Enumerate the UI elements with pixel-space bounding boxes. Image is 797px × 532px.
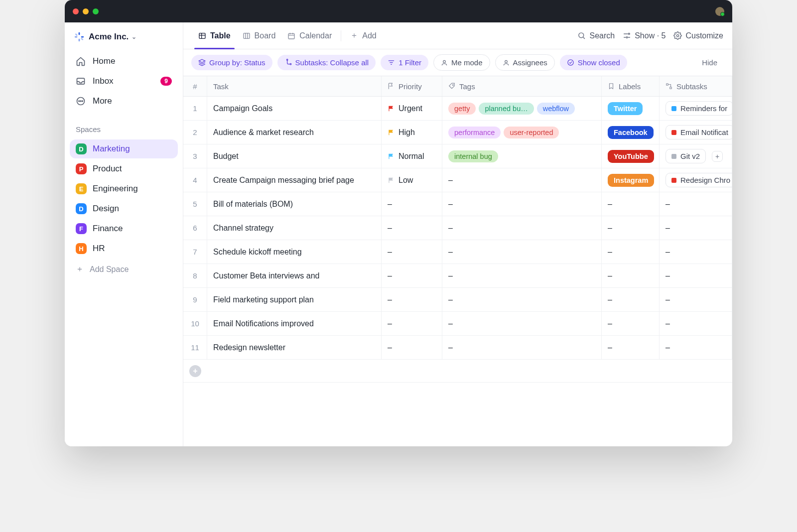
task-title-cell[interactable]: Redesign newsletter <box>207 336 382 359</box>
col-subtasks[interactable]: Subtasks <box>660 76 732 96</box>
task-title-cell[interactable]: Channel strategy <box>207 216 382 240</box>
space-item-hr[interactable]: HHR <box>70 239 178 258</box>
priority-cell[interactable]: – <box>382 240 442 264</box>
tags-cell[interactable]: – <box>442 216 602 240</box>
tags-cell[interactable]: – <box>442 264 602 287</box>
close-window[interactable] <box>73 8 79 14</box>
col-priority[interactable]: Priority <box>382 76 442 96</box>
space-item-design[interactable]: DDesign <box>70 199 178 218</box>
subtasks-cell[interactable]: – <box>660 264 732 287</box>
filter-pill[interactable]: 1 Filter <box>381 55 428 70</box>
priority-cell[interactable]: – <box>382 312 442 335</box>
subtasks-cell[interactable]: – <box>660 192 732 216</box>
task-title-cell[interactable]: Create Campaign messaging brief page <box>207 168 382 192</box>
col-number[interactable]: # <box>183 76 207 96</box>
table-row[interactable]: 3BudgetNormalinternal bugYouTubbeGit v2+ <box>183 144 732 168</box>
nav-item-home[interactable]: Home <box>70 51 178 71</box>
customize-button[interactable]: Customize <box>673 31 723 40</box>
subtasks-cell[interactable]: – <box>660 288 732 311</box>
tab-table[interactable]: Table <box>192 22 237 49</box>
hide-button[interactable]: Hide <box>695 55 724 70</box>
add-subtask-button[interactable]: + <box>712 151 723 162</box>
subtasks-cell[interactable]: – <box>660 312 732 335</box>
table-row[interactable]: 1Campaign GoalsUrgentgettyplanned bu…web… <box>183 97 732 121</box>
subtasks-pill[interactable]: Subtasks: Collapse all <box>277 55 376 70</box>
task-title-cell[interactable]: Audience & market research <box>207 121 382 144</box>
col-task[interactable]: Task <box>207 76 382 96</box>
table-row[interactable]: 10Email Notifications improved–––– <box>183 312 732 336</box>
subtask-chip[interactable]: Git v2 <box>665 149 706 163</box>
task-title-cell[interactable]: Schedule kickoff meeting <box>207 240 382 264</box>
labels-cell[interactable]: Instagram <box>602 168 660 192</box>
assignees-pill[interactable]: Assignees <box>495 54 555 71</box>
search-button[interactable]: Search <box>577 31 615 40</box>
tags-cell[interactable]: – <box>442 168 602 192</box>
table-row[interactable]: 2Audience & market researchHighperforman… <box>183 121 732 144</box>
subtask-chip[interactable]: Redesign Chro <box>665 173 732 187</box>
task-title-cell[interactable]: Bill of materials (BOM) <box>207 192 382 216</box>
labels-cell[interactable]: – <box>602 240 660 264</box>
add-view-button[interactable]: ＋ Add <box>344 22 382 49</box>
priority-cell[interactable]: – <box>382 288 442 311</box>
tab-calendar[interactable]: Calendar <box>281 22 338 49</box>
tags-cell[interactable]: performanceuser-reported <box>442 121 602 144</box>
subtasks-cell[interactable]: Reminders for <box>660 97 732 120</box>
priority-cell[interactable]: – <box>382 216 442 240</box>
tag-chip[interactable]: internal bug <box>448 150 498 162</box>
add-space-button[interactable]: ＋ Add Space <box>65 259 183 279</box>
table-row[interactable]: 8Customer Beta interviews and–––– <box>183 264 732 288</box>
space-item-marketing[interactable]: DMarketing <box>70 139 178 158</box>
nav-item-inbox[interactable]: Inbox9 <box>70 71 178 91</box>
tags-cell[interactable]: – <box>442 312 602 335</box>
priority-cell[interactable]: High <box>382 121 442 144</box>
labels-cell[interactable]: – <box>602 216 660 240</box>
group-by-pill[interactable]: Group by: Status <box>191 55 272 70</box>
space-item-product[interactable]: PProduct <box>70 159 178 178</box>
minimize-window[interactable] <box>83 8 89 14</box>
priority-cell[interactable]: – <box>382 264 442 287</box>
labels-cell[interactable]: – <box>602 264 660 287</box>
tags-cell[interactable]: – <box>442 336 602 359</box>
col-labels[interactable]: Labels <box>602 76 660 96</box>
subtasks-cell[interactable]: – <box>660 216 732 240</box>
tag-chip[interactable]: getty <box>448 103 476 115</box>
workspace-switcher[interactable]: Acme Inc. ⌄ <box>65 22 183 49</box>
subtasks-cell[interactable]: – <box>660 240 732 264</box>
me-mode-pill[interactable]: Me mode <box>433 54 490 71</box>
tags-cell[interactable]: – <box>442 240 602 264</box>
subtask-chip[interactable]: Reminders for <box>665 101 732 116</box>
space-item-finance[interactable]: FFinance <box>70 219 178 238</box>
tags-cell[interactable]: – <box>442 288 602 311</box>
subtask-chip[interactable]: Email Notificat <box>665 125 732 139</box>
tags-cell[interactable]: gettyplanned bu…webflow <box>442 97 602 120</box>
col-tags[interactable]: Tags <box>442 76 602 96</box>
tag-chip[interactable]: user-reported <box>504 127 559 138</box>
subtasks-cell[interactable]: Redesign Chro <box>660 168 732 192</box>
labels-cell[interactable]: YouTubbe <box>602 144 660 168</box>
table-row[interactable]: 9Field marketing support plan–––– <box>183 288 732 312</box>
task-title-cell[interactable]: Email Notifications improved <box>207 312 382 335</box>
task-title-cell[interactable]: Customer Beta interviews and <box>207 264 382 287</box>
priority-cell[interactable]: Low <box>382 168 442 192</box>
space-item-engineering[interactable]: EEngineering <box>70 179 178 198</box>
labels-cell[interactable]: Facebook <box>602 121 660 144</box>
task-title-cell[interactable]: Field marketing support plan <box>207 288 382 311</box>
label-chip[interactable]: Twitter <box>608 102 643 115</box>
table-row[interactable]: 5Bill of materials (BOM)–––– <box>183 192 732 216</box>
label-chip[interactable]: YouTubbe <box>608 150 654 163</box>
priority-cell[interactable]: Urgent <box>382 97 442 120</box>
nav-item-more[interactable]: More <box>70 91 178 111</box>
tags-cell[interactable]: – <box>442 192 602 216</box>
label-chip[interactable]: Instagram <box>608 174 654 187</box>
task-title-cell[interactable]: Campaign Goals <box>207 97 382 120</box>
table-row[interactable]: 4Create Campaign messaging brief pageLow… <box>183 168 732 192</box>
labels-cell[interactable]: Twitter <box>602 97 660 120</box>
task-title-cell[interactable]: Budget <box>207 144 382 168</box>
table-row[interactable]: 7Schedule kickoff meeting–––– <box>183 240 732 264</box>
maximize-window[interactable] <box>93 8 99 14</box>
labels-cell[interactable]: – <box>602 192 660 216</box>
priority-cell[interactable]: – <box>382 336 442 359</box>
subtasks-cell[interactable]: – <box>660 336 732 359</box>
labels-cell[interactable]: – <box>602 312 660 335</box>
tag-chip[interactable]: performance <box>448 127 501 138</box>
